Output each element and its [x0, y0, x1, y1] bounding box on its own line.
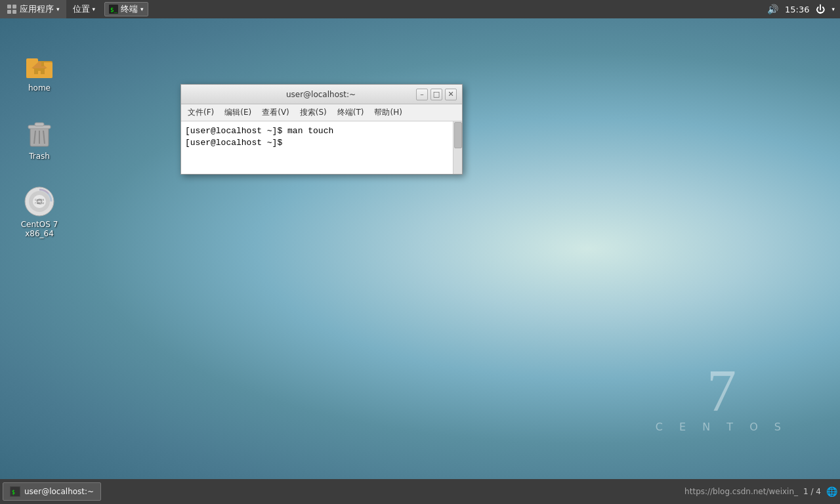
terminal-menubar: 文件(F) 编辑(E) 查看(V) 搜索(S) 终端(T) 帮助(H) [181, 104, 462, 121]
centos-text: C E N T O S [656, 421, 788, 433]
term-menu-terminal[interactable]: 终端(T) [333, 106, 368, 119]
terminal-line-2: [user@localhost ~]$ [185, 137, 449, 149]
power-arrow-icon[interactable]: ▾ [831, 6, 835, 12]
home-folder-icon [24, 49, 55, 81]
window-controls: – □ ✕ [416, 89, 457, 100]
svg-rect-1 [12, 5, 16, 9]
terminal-panel-item[interactable]: $_ 终端 ▾ [104, 2, 148, 16]
close-button[interactable]: ✕ [445, 89, 457, 100]
home-icon-label: home [28, 83, 51, 93]
terminal-body: [user@localhost ~]$ man touch [user@loca… [181, 121, 462, 174]
centos-icon-label: CentOS 7 x86_64 [12, 220, 66, 238]
terminal-title: user@localhost:~ [226, 90, 416, 99]
clock: 15:36 [785, 5, 809, 14]
svg-text:$: $ [12, 490, 15, 495]
scrollbar-thumb [454, 122, 462, 148]
taskbar-terminal-label: user@localhost:~ [24, 487, 94, 496]
taskbar-right: https://blog.csdn.net/weixin_ 1 / 4 🌐 [684, 486, 837, 497]
disc-icon: CentOS 7 x86_64 [24, 186, 55, 217]
bottom-panel: $ user@localhost:~ https://blog.csdn.net… [0, 479, 840, 504]
svg-rect-11 [41, 62, 44, 66]
term-menu-help[interactable]: 帮助(H) [370, 106, 406, 119]
desktop-icon-centos[interactable]: CentOS 7 x86_64 CentOS 7 x86_64 [10, 183, 69, 241]
desktop: 7 C E N T O S home [0, 18, 840, 479]
svg-rect-3 [12, 10, 16, 14]
term-menu-search[interactable]: 搜索(S) [296, 106, 331, 119]
centos-watermark: 7 C E N T O S [656, 362, 788, 433]
terminal-titlebar: user@localhost:~ – □ ✕ [181, 85, 462, 104]
svg-text:$_: $_ [110, 7, 117, 13]
taskbar-terminal-icon: $ [10, 486, 20, 497]
terminal-content[interactable]: [user@localhost ~]$ man touch [user@loca… [181, 121, 462, 174]
top-panel-left: 应用程序 ▾ 位置 ▾ $_ 终端 ▾ [0, 0, 767, 18]
top-panel: 应用程序 ▾ 位置 ▾ $_ 终端 ▾ 🔊 15:36 ⏻ ▾ [0, 0, 840, 18]
term-menu-file[interactable]: 文件(F) [184, 106, 218, 119]
svg-rect-2 [7, 10, 11, 14]
terminal-panel-icon: $_ [109, 5, 118, 14]
places-menu[interactable]: 位置 ▾ [66, 0, 102, 18]
watermark-link: https://blog.csdn.net/weixin_ [684, 487, 798, 496]
desktop-icons: home Trash [0, 37, 79, 454]
globe-icon: 🌐 [826, 486, 837, 497]
svg-text:7 x86_64: 7 x86_64 [35, 202, 44, 205]
page-indicator: 1 / 4 [803, 487, 821, 496]
volume-icon[interactable]: 🔊 [767, 4, 778, 14]
terminal-line-1: [user@localhost ~]$ man touch [185, 125, 449, 137]
maximize-button[interactable]: □ [430, 89, 442, 100]
trash-icon-label: Trash [29, 152, 50, 161]
desktop-icon-home[interactable]: home [10, 47, 69, 95]
apps-icon [7, 4, 17, 14]
term-menu-view[interactable]: 查看(V) [258, 106, 293, 119]
applications-menu[interactable]: 应用程序 ▾ [0, 0, 66, 18]
terminal-scrollbar[interactable] [453, 121, 462, 174]
terminal-window: user@localhost:~ – □ ✕ 文件(F) 编辑(E) 查看(V)… [180, 84, 463, 175]
power-icon[interactable]: ⏻ [816, 4, 825, 14]
centos-seven: 7 [707, 362, 736, 421]
minimize-button[interactable]: – [416, 89, 428, 100]
svg-rect-0 [7, 5, 11, 9]
svg-rect-14 [35, 123, 44, 126]
taskbar-terminal-svg: $ [10, 487, 20, 496]
top-panel-right: 🔊 15:36 ⏻ ▾ [767, 4, 840, 14]
svg-text:CentOS: CentOS [35, 198, 45, 201]
trash-icon [24, 117, 55, 149]
taskbar-terminal-item[interactable]: $ user@localhost:~ [3, 482, 101, 501]
term-menu-edit[interactable]: 编辑(E) [220, 106, 255, 119]
desktop-icon-trash[interactable]: Trash [10, 115, 69, 163]
svg-rect-8 [26, 58, 38, 64]
